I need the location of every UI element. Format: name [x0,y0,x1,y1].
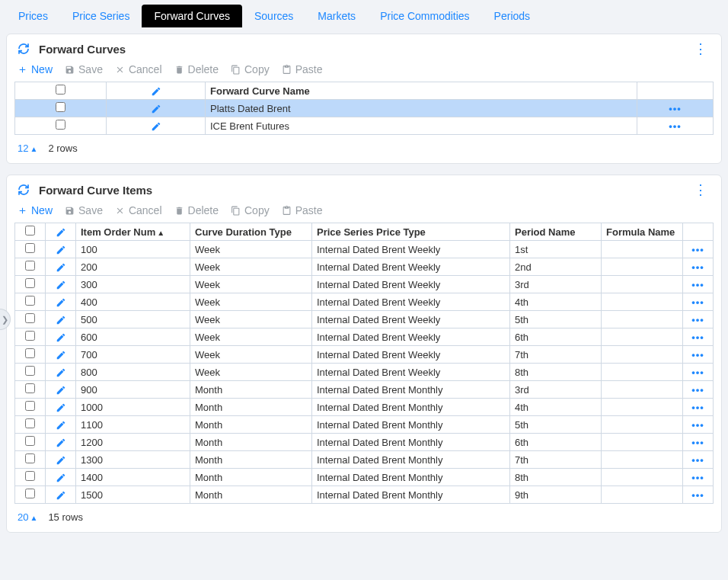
tab-forward-curves[interactable]: Forward Curves [142,5,242,27]
row-checkbox[interactable] [25,418,35,428]
row-actions-icon[interactable]: ••• [691,314,704,325]
row-checkbox[interactable] [25,383,35,393]
edit-row-icon[interactable] [56,489,66,500]
row-actions-icon[interactable]: ••• [669,103,682,114]
copy-button[interactable]: Copy [231,204,270,216]
row-checkbox[interactable] [25,313,35,323]
select-all-checkbox[interactable] [56,85,65,95]
edit-row-icon[interactable] [56,401,66,412]
tab-periods[interactable]: Periods [482,5,542,27]
row-checkbox[interactable] [25,261,35,271]
row-actions-icon[interactable]: ••• [691,472,704,483]
refresh-icon[interactable] [18,43,30,56]
edit-row-icon[interactable] [151,102,161,114]
table-row[interactable]: 900MonthInternal Dated Brent Monthly3rd•… [15,381,714,399]
edit-row-icon[interactable] [56,453,66,465]
new-button[interactable]: New [18,63,53,75]
col-header-period[interactable]: Period Name [510,223,602,241]
save-button[interactable]: Save [65,204,103,216]
table-row[interactable]: 1000MonthInternal Dated Brent Monthly4th… [15,399,714,416]
tab-markets[interactable]: Markets [305,5,368,27]
cancel-button[interactable]: Cancel [115,204,162,216]
edit-row-icon[interactable] [56,436,66,447]
row-actions-icon[interactable]: ••• [691,419,704,431]
row-actions-icon[interactable]: ••• [691,279,704,290]
table-row[interactable]: 1100MonthInternal Dated Brent Monthly5th… [15,416,714,434]
row-actions-icon[interactable]: ••• [691,454,704,466]
page-size-selector[interactable]: 20▲ [18,511,37,523]
edit-row-icon[interactable] [56,348,66,360]
edit-row-icon[interactable] [56,418,66,430]
row-checkbox[interactable] [25,348,35,358]
row-actions-icon[interactable]: ••• [691,296,704,308]
table-row[interactable]: 1200MonthInternal Dated Brent Monthly6th… [15,434,714,451]
col-header-duration[interactable]: Curve Duration Type [190,223,312,241]
panel-menu-icon[interactable]: ⋮ [691,181,710,198]
col-header-series[interactable]: Price Series Price Type [312,223,510,241]
paste-button[interactable]: Paste [282,63,323,75]
row-checkbox[interactable] [25,401,35,411]
edit-row-icon[interactable] [56,296,66,307]
table-row[interactable]: 400WeekInternal Dated Brent Weekly4th••• [15,293,714,311]
row-checkbox[interactable] [25,453,35,463]
table-row[interactable]: 1400MonthInternal Dated Brent Monthly8th… [15,469,714,486]
row-checkbox[interactable] [25,471,35,481]
paste-button[interactable]: Paste [282,204,323,216]
cancel-button[interactable]: Cancel [115,63,162,75]
row-actions-icon[interactable]: ••• [691,244,704,255]
table-row[interactable]: 700WeekInternal Dated Brent Weekly7th••• [15,346,714,364]
col-header-formula[interactable]: Formula Name [602,223,683,241]
row-checkbox[interactable] [25,436,35,446]
table-row[interactable]: 200WeekInternal Dated Brent Weekly2nd••• [15,258,714,276]
save-button[interactable]: Save [65,63,103,75]
table-row[interactable]: 1300MonthInternal Dated Brent Monthly7th… [15,451,714,469]
edit-row-icon[interactable] [56,278,66,290]
edit-row-icon[interactable] [56,261,66,272]
delete-button[interactable]: Delete [174,63,219,75]
table-row[interactable]: 500WeekInternal Dated Brent Weekly5th••• [15,311,714,328]
row-actions-icon[interactable]: ••• [691,437,704,448]
table-row[interactable]: 300WeekInternal Dated Brent Weekly3rd••• [15,276,714,293]
row-checkbox[interactable] [25,243,35,253]
row-actions-icon[interactable]: ••• [691,489,704,501]
row-checkbox[interactable] [25,489,35,498]
edit-row-icon[interactable] [56,313,66,325]
edit-row-icon[interactable] [56,383,66,395]
row-checkbox[interactable] [56,120,65,130]
row-checkbox[interactable] [25,366,35,376]
edit-row-icon[interactable] [56,471,66,482]
row-checkbox[interactable] [56,102,65,112]
new-button[interactable]: New [18,204,53,216]
row-actions-icon[interactable]: ••• [691,261,704,273]
table-row[interactable]: 600WeekInternal Dated Brent Weekly6th••• [15,328,714,346]
col-header-name[interactable]: Forward Curve Name [206,82,637,100]
col-header-order[interactable]: Item Order Num▲ [76,223,190,241]
refresh-icon[interactable] [18,184,30,197]
tab-sources[interactable]: Sources [242,5,305,27]
edit-row-icon[interactable] [56,331,66,342]
edit-row-icon[interactable] [56,243,66,255]
table-row[interactable]: 100WeekInternal Dated Brent Weekly1st••• [15,241,714,258]
select-all-checkbox[interactable] [25,226,35,236]
copy-button[interactable]: Copy [231,63,270,75]
tab-price-series[interactable]: Price Series [60,5,142,27]
row-actions-icon[interactable]: ••• [691,367,704,378]
edit-row-icon[interactable] [56,366,66,377]
edit-row-icon[interactable] [151,120,161,131]
tab-price-commodities[interactable]: Price Commodities [368,5,481,27]
panel-menu-icon[interactable]: ⋮ [691,40,710,57]
table-row[interactable]: 800WeekInternal Dated Brent Weekly8th••• [15,364,714,381]
row-actions-icon[interactable]: ••• [691,332,704,343]
row-actions-icon[interactable]: ••• [691,349,704,360]
row-checkbox[interactable] [25,278,35,288]
row-checkbox[interactable] [25,331,35,341]
table-row[interactable]: Platts Dated Brent••• [15,100,714,117]
row-actions-icon[interactable]: ••• [691,402,704,413]
tab-prices[interactable]: Prices [6,5,60,27]
table-row[interactable]: 1500MonthInternal Dated Brent Monthly9th… [15,486,714,504]
delete-button[interactable]: Delete [174,204,219,216]
row-actions-icon[interactable]: ••• [691,384,704,396]
row-actions-icon[interactable]: ••• [669,120,682,132]
page-size-selector[interactable]: 12▲ [18,143,37,154]
table-row[interactable]: ICE Brent Futures••• [15,117,714,135]
